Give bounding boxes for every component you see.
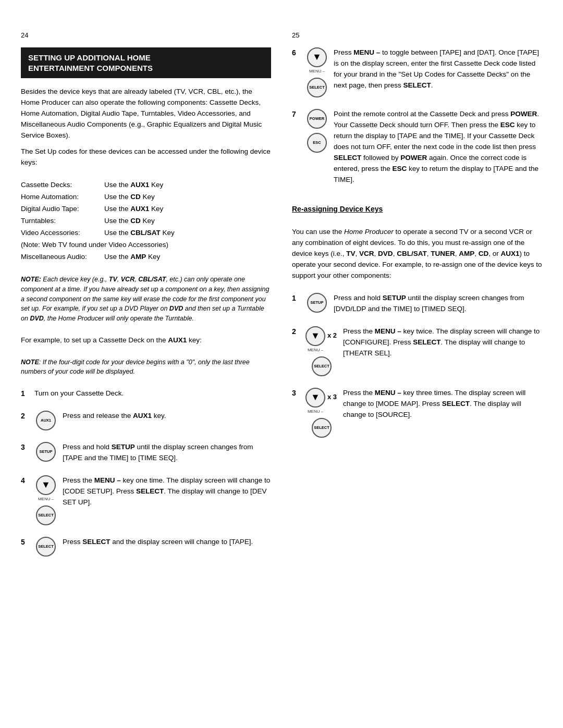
device-table: Cassette Decks: Use the AUX1 Key Home Au…	[21, 179, 271, 263]
device-row-2: Home Automation: Use the CD Key	[21, 191, 271, 203]
step-4: 4 ▼ MENU – SELECT Press the MENU – key o…	[21, 475, 271, 525]
menu-button-icon-4: ▼	[305, 388, 325, 408]
example-para: For example, to set up a Cassette Deck o…	[21, 335, 271, 351]
intro-text: Besides the device keys that are already…	[21, 87, 271, 173]
select-button-icon-1: SELECT	[36, 505, 56, 525]
select-button-icon-4: SELECT	[312, 356, 332, 376]
note2: NOTE: If the four-digit code for your de…	[21, 357, 271, 377]
setup-button-icon-2: SETUP	[307, 293, 327, 313]
step-5: 5 SELECT Press SELECT and the display sc…	[21, 537, 271, 557]
left-column: 24 SETTING UP ADDITIONAL HOME ENTERTAINM…	[21, 31, 271, 697]
device-row-3: Digital Audio Tape: Use the AUX1 Key	[21, 203, 271, 215]
step-7: 7 POWER ESC Point the remote control at …	[292, 109, 542, 185]
right-step-3: 3 ▼ MENU – x 3 SELECT Press the MENU – k…	[292, 388, 542, 438]
left-page-number: 24	[21, 31, 271, 39]
step-3: 3 SETUP Press and hold SETUP until the d…	[21, 442, 271, 464]
step-1: 1 Turn on your Cassette Deck.	[21, 388, 271, 399]
step-6: 6 ▼ MENU – SELECT Press MENU – to toggle…	[292, 47, 542, 97]
section-header: SETTING UP ADDITIONAL HOME ENTERTAINMENT…	[21, 47, 271, 78]
note1: NOTE: Each device key (e.g., TV, VCR, CB…	[21, 275, 271, 324]
esc-button-icon: ESC	[307, 133, 327, 153]
device-row-1: Cassette Decks: Use the AUX1 Key	[21, 179, 271, 191]
reassign-para: You can use the Home Producer to operate…	[292, 227, 542, 287]
setup-button-icon-1: SETUP	[36, 442, 56, 462]
right-step-1: 1 SETUP Press and hold SETUP until the d…	[292, 293, 542, 315]
power-button-icon: POWER	[307, 109, 327, 129]
menu-button-icon-3: ▼	[305, 326, 325, 346]
step-2: 2 AUX1 Press and release the AUX1 key.	[21, 411, 271, 430]
device-row-6: (Note: Web TV found under Video Accessor…	[21, 239, 271, 251]
menu-button-icon-1: ▼	[36, 475, 56, 495]
select-button-icon-5: SELECT	[312, 418, 332, 438]
device-row-5: Video Accessories: Use the CBL/SAT Key	[21, 227, 271, 239]
right-page-number: 25	[292, 31, 542, 39]
page: 24 SETTING UP ADDITIONAL HOME ENTERTAINM…	[0, 0, 563, 728]
select-button-icon-3: SELECT	[307, 78, 327, 97]
reassign-subheading: Re-assigning Device Keys	[292, 205, 542, 216]
menu-button-icon-2: ▼	[307, 47, 327, 67]
select-button-icon-2: SELECT	[36, 537, 56, 557]
right-step-2: 2 ▼ MENU – x 2 SELECT Press the MENU – k…	[292, 326, 542, 376]
device-row-7: Miscellaneous Audio: Use the AMP Key	[21, 251, 271, 263]
device-row-4: Turntables: Use the CD Key	[21, 215, 271, 227]
right-column: 25 6 ▼ MENU – SELECT Press MENU – to tog…	[292, 31, 542, 697]
aux1-button-icon: AUX1	[36, 411, 56, 430]
